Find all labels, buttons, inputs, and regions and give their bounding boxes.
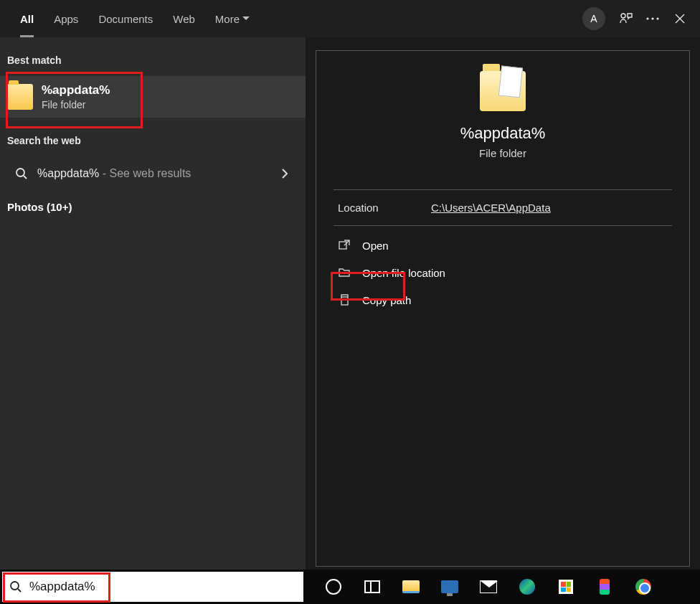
open-file-location-action[interactable]: Open file location [329, 259, 676, 286]
open-action[interactable]: Open [329, 232, 676, 259]
search-web-header: Search the web [0, 118, 306, 156]
filter-tabs: All Apps Documents Web More [10, 0, 260, 37]
web-result-text: %appdata% - See web results [37, 167, 191, 180]
close-button[interactable] [673, 11, 687, 26]
taskbar-icons [303, 577, 653, 597]
location-row: Location C:\Users\ACER\AppData [316, 190, 689, 225]
tab-web[interactable]: Web [163, 0, 205, 37]
best-match-header: Best match [0, 37, 306, 76]
edge-icon[interactable] [517, 577, 537, 597]
open-icon [338, 239, 351, 252]
results-pane: Best match %appdata% File folder Search … [0, 0, 306, 570]
chevron-right-icon [282, 169, 291, 179]
tab-more[interactable]: More [205, 0, 260, 37]
user-avatar[interactable]: A [582, 7, 605, 30]
best-match-result[interactable]: %appdata% File folder [0, 76, 306, 118]
svg-point-3 [656, 17, 658, 19]
copy-path-action[interactable]: Copy path [329, 286, 676, 313]
result-subtitle: File folder [42, 99, 110, 110]
result-title: %appdata% [42, 83, 110, 98]
taskbar-search[interactable] [2, 572, 303, 602]
folder-icon [7, 84, 33, 110]
web-suffix: - See web results [99, 167, 191, 179]
tab-more-label: More [215, 13, 240, 25]
preview-pane: %appdata% File folder Location C:\Users\… [306, 0, 700, 570]
location-value[interactable]: C:\Users\ACER\AppData [431, 202, 551, 214]
copy-path-label: Copy path [362, 294, 411, 306]
figma-icon[interactable] [595, 577, 615, 597]
open-location-label: Open file location [362, 267, 445, 279]
microsoft-store-icon[interactable] [556, 577, 576, 597]
search-icon [14, 166, 29, 181]
more-options-icon[interactable] [645, 11, 660, 26]
cortana-icon[interactable] [323, 577, 344, 597]
svg-point-0 [621, 14, 625, 18]
result-text: %appdata% File folder [42, 83, 110, 110]
preview-title: %appdata% [460, 124, 546, 143]
folder-location-icon [338, 266, 351, 279]
tab-documents[interactable]: Documents [88, 0, 163, 37]
avatar-letter: A [590, 13, 597, 24]
web-result-row[interactable]: %appdata% - See web results [0, 156, 306, 191]
chevron-down-icon [242, 16, 250, 21]
preview-card: %appdata% File folder Location C:\Users\… [316, 50, 690, 567]
mail-icon[interactable] [478, 577, 498, 597]
search-header: All Apps Documents Web More A [0, 0, 700, 37]
svg-point-4 [16, 169, 24, 176]
task-view-icon[interactable] [362, 577, 382, 597]
chrome-icon[interactable] [633, 577, 653, 597]
open-label: Open [362, 240, 389, 252]
svg-point-7 [11, 582, 19, 590]
svg-rect-6 [341, 297, 348, 305]
photos-header[interactable]: Photos (10+) [0, 191, 306, 223]
svg-point-2 [651, 17, 653, 19]
folder-icon [480, 71, 526, 111]
tab-apps[interactable]: Apps [44, 0, 88, 37]
preview-header: %appdata% File folder [316, 51, 689, 174]
preview-actions: Open Open file location Copy path [316, 226, 689, 319]
search-input[interactable] [29, 580, 296, 594]
search-icon [9, 580, 22, 593]
copy-icon [338, 293, 351, 306]
taskbar [0, 570, 700, 604]
svg-point-1 [646, 17, 648, 19]
svg-rect-5 [339, 242, 346, 249]
feedback-icon[interactable] [618, 11, 633, 26]
monitor-app-icon[interactable] [440, 577, 460, 597]
preview-subtitle: File folder [479, 147, 526, 159]
tab-all[interactable]: All [10, 0, 44, 37]
location-label: Location [338, 202, 431, 214]
file-explorer-icon[interactable] [401, 577, 421, 597]
header-actions: A [582, 7, 694, 30]
web-term: %appdata% [37, 167, 99, 179]
